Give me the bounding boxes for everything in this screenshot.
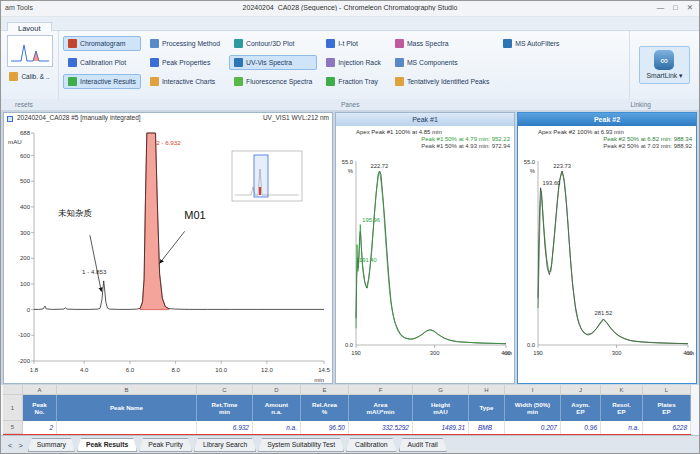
table-cell-J[interactable]: 0.96: [561, 421, 601, 434]
table-cell-C[interactable]: 6.932: [197, 421, 253, 434]
svg-text:500: 500: [20, 178, 31, 184]
ribbon-item-uv-vis-spectra[interactable]: UV-Vis Spectra: [229, 55, 317, 70]
peak1-panel-header[interactable]: Peak #1: [336, 113, 514, 126]
table-cell-H[interactable]: BMB: [469, 421, 505, 434]
header-line1: Area: [349, 401, 412, 409]
column-header-area: AreamAU*min: [349, 395, 413, 421]
peak1-spectrum-plot[interactable]: 55.0%0.0190300400nm222.72195.96191.40: [336, 149, 514, 387]
ribbon-item-processing-method[interactable]: Processing Method: [145, 36, 225, 51]
ribbon-item-label: Chromatogram: [80, 40, 125, 47]
ribbon-item-peak-properties[interactable]: Peak Properties: [145, 55, 225, 70]
tab-scroll-right[interactable]: >: [15, 441, 25, 450]
table-cell-E[interactable]: 96.50: [301, 421, 349, 434]
bottom-tab-summary[interactable]: Summary: [28, 438, 75, 452]
zoom-overview-inset[interactable]: [232, 151, 302, 201]
svg-text:nm: nm: [686, 350, 694, 356]
ribbon-item-i-t-plot[interactable]: I-t Plot: [321, 36, 386, 51]
column-header-peak-name: Peak Name: [57, 395, 197, 421]
window-controls: — □ ✕: [657, 3, 693, 12]
ribbon-item-label: Interactive Charts: [162, 78, 215, 85]
table-cell-D[interactable]: n.a.: [253, 421, 301, 434]
fluorescence-spectra-icon: [234, 77, 243, 86]
ribbon-group-presets: Calib. & ..: [1, 31, 59, 99]
peak1-spectrum-panel[interactable]: Peak #1 Apex Peak #1 100% at 4.85 min Pe…: [335, 112, 515, 384]
table-cell-K[interactable]: n.a.: [601, 421, 643, 434]
chromatogram-panel[interactable]: 20240204_CA028 #5 [manually integrated] …: [3, 112, 333, 384]
ribbon-pane-toggles: ChromatogramCalibration PlotInteractive …: [59, 31, 629, 99]
ribbon-column-2: Processing MethodPeak PropertiesInteract…: [145, 36, 225, 95]
ribbon-item-tentatively-identified-peaks[interactable]: Tentatively Identified Peaks: [390, 74, 494, 89]
ribbon-item-ms-autofilters[interactable]: MS AutoFilters: [498, 36, 564, 51]
ribbon-column-1: ChromatogramCalibration PlotInteractive …: [63, 36, 141, 95]
column-header-peak: PeakNo.: [23, 395, 57, 421]
header-line1: Width (50%): [505, 401, 560, 409]
tentatively-identified-peaks-icon: [395, 77, 404, 86]
close-button[interactable]: ✕: [687, 3, 693, 12]
chromatogram-title: 20240204_CA028 #5 [manually integrated]: [17, 114, 141, 121]
peak2-panel-header[interactable]: Peak #2: [518, 113, 696, 126]
column-header-rel-area: Rel.Area%: [301, 395, 349, 421]
ribbon-item-mass-spectra[interactable]: Mass Spectra: [390, 36, 494, 51]
ribbon-item-chromatogram[interactable]: Chromatogram: [63, 36, 141, 51]
table-cell-B[interactable]: [57, 421, 197, 434]
table-cell-L[interactable]: 6228: [643, 421, 691, 434]
maximize-button[interactable]: □: [673, 3, 678, 12]
table-cell-I[interactable]: 0.207: [505, 421, 561, 434]
bottom-tab-peak-results[interactable]: Peak Results: [77, 438, 137, 452]
ribbon-item-label: I-t Plot: [338, 40, 358, 47]
peak1-apex-label: Apex Peak #1 100% at 4.85 min: [356, 129, 442, 135]
ribbon-item-interactive-results[interactable]: Interactive Results: [63, 74, 141, 89]
spectrum-trace-2: [538, 171, 688, 344]
bottom-tab-library-search[interactable]: Library Search: [194, 438, 256, 452]
ribbon-item-fluorescence-spectra[interactable]: Fluorescence Spectra: [229, 74, 317, 89]
peak2-apex-label: Apex Peak #2 100% at 6.93 min: [538, 129, 624, 135]
ribbon-item-interactive-charts[interactable]: Interactive Charts: [145, 74, 225, 89]
header-line1: Peak: [23, 401, 56, 409]
ribbon-item-contour-3d-plot[interactable]: Contour/3D Plot: [229, 36, 317, 51]
ribbon-item-label: Mass Spectra: [407, 40, 449, 47]
column-letter-K: K: [601, 385, 643, 395]
interactive-charts-icon: [150, 77, 159, 86]
smartlink-button[interactable]: ∞ SmartLink ▾: [639, 46, 691, 84]
ribbon-item-label: Interactive Results: [80, 78, 136, 85]
svg-text:mAU: mAU: [8, 138, 22, 145]
calibration-preset-button[interactable]: Calib. & ..: [6, 70, 52, 83]
ribbon-section-panes: Panes: [341, 101, 359, 108]
ribbon-item-label: MS Components: [407, 59, 458, 66]
ribbon-item-fraction-tray[interactable]: Fraction Tray: [321, 74, 386, 89]
smartlink-dropdown-icon[interactable]: ▾: [679, 72, 682, 79]
bottom-tab-system-suitability-test[interactable]: System Suitability Test: [258, 438, 344, 452]
peak1-legend-front: Peak #1 50% at 4.79 min: 952.22: [421, 136, 510, 142]
ribbon-group-linking: ∞ SmartLink ▾: [629, 31, 699, 99]
ribbon-column-4: I-t PlotInjection RackFraction Tray: [321, 36, 386, 95]
svg-text:14.5: 14.5: [318, 367, 330, 373]
ribbon-item-injection-rack[interactable]: Injection Rack: [321, 55, 386, 70]
ribbon-item-ms-components[interactable]: MS Components: [390, 55, 494, 70]
ribbon-item-calibration-plot[interactable]: Calibration Plot: [63, 55, 141, 70]
column-letter-F: F: [349, 385, 413, 395]
bottom-tab-audit-trail[interactable]: Audit Trail: [399, 438, 447, 452]
ms-components-icon: [395, 58, 404, 67]
bottom-tab-calibration[interactable]: Calibration: [346, 438, 397, 452]
peak2-spectrum-plot[interactable]: 55.0%0.0190300400nm223.73193.60281.52: [518, 149, 696, 387]
table-cell-G[interactable]: 1489.31: [413, 421, 469, 434]
context-tab-label[interactable]: am Tools: [5, 4, 33, 11]
header-line1: Peak Name: [57, 404, 196, 412]
svg-text:0: 0: [27, 307, 31, 313]
ribbon-item-label: UV-Vis Spectra: [246, 59, 292, 66]
chromatogram-plot[interactable]: mAU6886005004003002001000-100-2001.84.06…: [4, 125, 332, 385]
svg-text:300: 300: [612, 350, 622, 356]
peak2-spectrum-panel[interactable]: Peak #2 Apex Peak #2 100% at 6.93 min Pe…: [517, 112, 697, 384]
injection-pin-icon: [7, 116, 13, 122]
smartlink-icon: ∞: [654, 50, 674, 70]
ribbon-item-label: Fluorescence Spectra: [246, 78, 312, 85]
chromatogram-preset-button[interactable]: [7, 35, 53, 67]
tab-scroll-left[interactable]: <: [5, 441, 15, 450]
header-line1: Type: [469, 404, 504, 412]
minimize-button[interactable]: —: [657, 3, 665, 12]
table-cell-F[interactable]: 332.5292: [349, 421, 413, 434]
header-line2: No.: [23, 408, 56, 416]
table-cell-A[interactable]: 2: [23, 421, 57, 434]
bottom-tab-peak-purity[interactable]: Peak Purity: [139, 438, 192, 452]
row-number: 1: [3, 395, 23, 421]
